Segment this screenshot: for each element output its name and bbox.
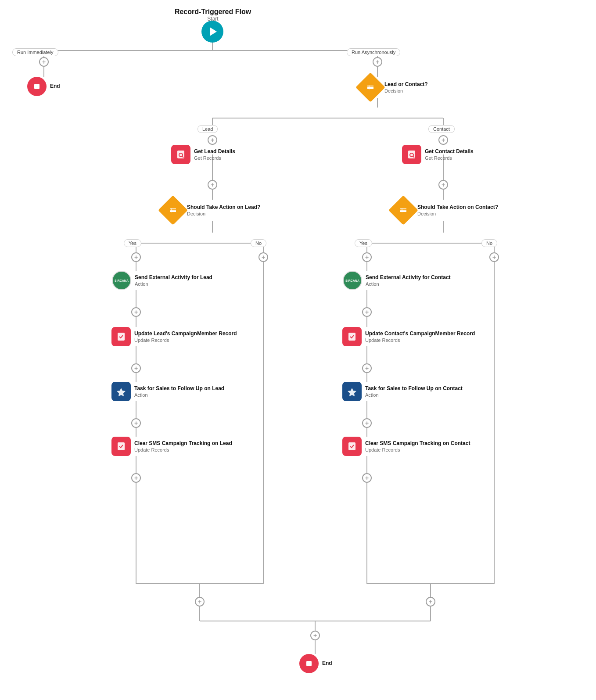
plus-lead-merge[interactable]: + (195, 597, 205, 607)
plus-after-get-contact[interactable]: + (438, 180, 448, 190)
send-ext-lead-icon: SiRCANA (112, 271, 131, 290)
svg-rect-81 (118, 333, 125, 341)
plus-run-async[interactable]: + (373, 57, 382, 67)
should-action-lead-node: Should Take Action on Lead? Decision (162, 200, 260, 221)
flow-canvas: Record-Triggered Flow Start Run Immediat… (0, 0, 596, 700)
should-action-contact-icon (388, 195, 418, 225)
start-play-button[interactable] (201, 21, 223, 43)
get-contact-details-icon (402, 145, 421, 164)
yes-contact-label: Yes (355, 239, 372, 247)
plus-final[interactable]: + (310, 631, 320, 640)
send-ext-lead-node: SiRCANA Send External Activity for Lead … (112, 271, 212, 290)
clear-sms-lead-node: Clear SMS Campaign Tracking on Lead Upda… (111, 437, 232, 456)
svg-point-72 (171, 208, 172, 210)
svg-point-74 (171, 211, 172, 212)
plus-no-lead[interactable]: + (259, 252, 268, 262)
flow-main-title: Record-Triggered Flow (173, 8, 252, 16)
svg-point-73 (171, 210, 172, 211)
no-lead-label: No (251, 239, 266, 247)
update-lead-campaign-icon (111, 327, 131, 346)
plus-after-clear-lead[interactable]: + (131, 473, 141, 483)
plus-yes-lead[interactable]: + (131, 252, 141, 262)
svg-rect-86 (348, 442, 355, 450)
clear-sms-contact-node: Clear SMS Campaign Tracking on Contact U… (342, 437, 470, 456)
clear-sms-lead-icon (111, 437, 131, 456)
send-ext-contact-node: SiRCANA Send External Activity for Conta… (343, 271, 451, 290)
update-contact-campaign-icon (342, 327, 362, 346)
plus-after-update-contact[interactable]: + (362, 363, 372, 373)
task-lead-node: Task for Sales to Follow Up on Lead Acti… (111, 382, 224, 401)
plus-after-get-lead[interactable]: + (208, 180, 217, 190)
plus-after-clear-contact[interactable]: + (362, 473, 372, 483)
send-ext-contact-icon: SiRCANA (343, 271, 362, 290)
svg-point-60 (369, 86, 370, 87)
plus-run-immediately[interactable]: + (39, 57, 49, 67)
svg-point-78 (402, 208, 403, 210)
connector-lines (0, 0, 596, 700)
svg-point-79 (402, 210, 403, 211)
contact-branch-label: Contact (428, 125, 455, 133)
svg-rect-82 (348, 333, 355, 341)
run-async-label: Run Asynchronously (347, 48, 400, 56)
svg-point-61 (369, 87, 370, 88)
plus-no-contact[interactable]: + (489, 252, 499, 262)
plus-yes-contact[interactable]: + (362, 252, 372, 262)
lead-or-contact-icon (355, 72, 385, 102)
plus-contact-merge[interactable]: + (426, 597, 435, 607)
no-contact-label: No (481, 239, 497, 247)
svg-point-62 (369, 88, 370, 90)
task-lead-icon (111, 382, 131, 401)
plus-contact-branch[interactable]: + (438, 135, 448, 145)
svg-marker-84 (348, 388, 356, 396)
svg-point-80 (402, 211, 403, 212)
task-contact-node: Task for Sales to Follow Up on Contact A… (342, 382, 463, 401)
plus-after-send-ext-contact[interactable]: + (362, 307, 372, 317)
end-left-icon (27, 77, 47, 96)
plus-after-send-ext-lead[interactable]: + (131, 307, 141, 317)
get-contact-details-node: Get Contact Details Get Records (402, 145, 474, 164)
svg-marker-83 (117, 388, 126, 396)
run-immediately-label: Run Immediately (12, 48, 58, 56)
get-lead-details-node: Get Lead Details Get Records (171, 145, 235, 164)
plus-after-task-contact[interactable]: + (362, 418, 372, 428)
svg-rect-87 (306, 661, 312, 666)
end-left-node: End (27, 77, 60, 96)
plus-after-task-lead[interactable]: + (131, 418, 141, 428)
clear-sms-contact-icon (342, 437, 362, 456)
yes-lead-label: Yes (124, 239, 141, 247)
should-action-contact-node: Should Take Action on Contact? Decision (393, 200, 498, 221)
svg-rect-85 (118, 442, 125, 450)
flow-title: Record-Triggered Flow Start (173, 8, 252, 22)
end-bottom-node: End (299, 654, 332, 673)
should-action-lead-icon (158, 195, 188, 225)
update-lead-campaign-node: Update Lead's CampaignMember Record Upda… (111, 327, 237, 346)
task-contact-icon (342, 382, 362, 401)
plus-lead-branch[interactable]: + (208, 135, 217, 145)
get-lead-details-icon (171, 145, 190, 164)
svg-rect-56 (34, 84, 39, 89)
plus-after-update-lead[interactable]: + (131, 363, 141, 373)
lead-or-contact-node: Lead or Contact? Decision (360, 77, 428, 98)
update-contact-campaign-node: Update Contact's CampaignMember Record U… (342, 327, 475, 346)
lead-branch-label: Lead (197, 125, 218, 133)
end-bottom-icon (299, 654, 319, 673)
